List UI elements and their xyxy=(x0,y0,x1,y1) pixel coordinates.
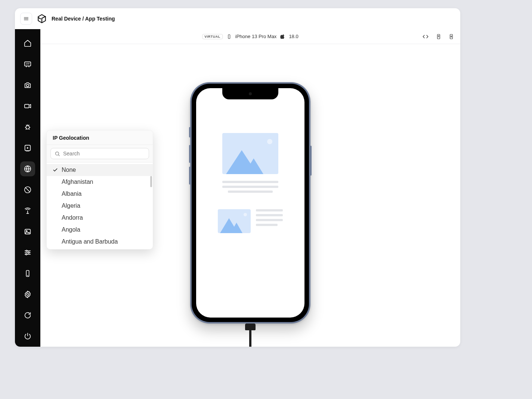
app-icon: APP xyxy=(24,60,32,68)
phone-cable xyxy=(247,324,253,347)
svg-point-14 xyxy=(26,231,27,232)
globe-icon xyxy=(24,165,32,173)
content: VIRTUAL iPhone 13 Pro Max 18.0 xyxy=(40,29,460,347)
play-icon xyxy=(24,144,32,152)
sidebar-item-settings[interactable] xyxy=(20,287,35,302)
upload-icon xyxy=(436,34,442,40)
svg-point-18 xyxy=(26,250,27,252)
download-icon xyxy=(448,34,454,40)
app-window: Real Device / App Testing APP xyxy=(15,8,460,347)
phone-notch xyxy=(222,88,278,99)
home-icon xyxy=(24,39,32,47)
sidebar-item-image[interactable] xyxy=(20,224,35,239)
refresh-icon xyxy=(24,311,32,319)
phone-bezel xyxy=(192,84,309,322)
settings-icon xyxy=(24,290,32,299)
geolocation-option[interactable]: Albania xyxy=(47,188,153,200)
image-icon xyxy=(24,228,32,236)
phone-mute-switch xyxy=(189,127,191,137)
geolocation-option[interactable]: Afghanistan xyxy=(47,176,153,188)
search-icon xyxy=(55,151,60,157)
phone-volume-up xyxy=(189,145,191,163)
placeholder-row xyxy=(209,209,292,233)
svg-rect-13 xyxy=(25,229,31,234)
geolocation-option[interactable]: Antigua and Barbuda xyxy=(47,236,153,248)
geolocation-search[interactable] xyxy=(50,148,149,159)
notch-camera xyxy=(249,92,252,95)
phone-icon xyxy=(226,34,232,39)
sidebar: APP xyxy=(15,29,40,347)
logo xyxy=(37,13,47,24)
placeholder-content xyxy=(196,88,304,233)
placeholder-image xyxy=(222,133,278,174)
phone-screen[interactable] xyxy=(196,88,304,318)
bug-icon xyxy=(24,123,32,131)
code-button[interactable] xyxy=(422,33,429,40)
power-icon xyxy=(24,332,32,340)
geolocation-option-label: Albania xyxy=(62,191,81,197)
svg-point-23 xyxy=(27,293,29,296)
upload-button[interactable] xyxy=(436,34,442,40)
svg-point-19 xyxy=(28,252,30,253)
scrollbar-thumb[interactable] xyxy=(150,176,152,187)
geolocation-option-none[interactable]: None xyxy=(47,164,153,176)
sidebar-item-home[interactable] xyxy=(20,36,35,51)
placeholder-lines xyxy=(209,181,292,193)
sidebar-item-app[interactable]: APP xyxy=(20,57,35,72)
sidebar-item-device[interactable] xyxy=(20,266,35,281)
placeholder-side-lines xyxy=(256,209,283,226)
sidebar-item-play[interactable] xyxy=(20,140,35,155)
geolocation-option-label: Antigua and Barbuda xyxy=(62,238,118,245)
geolocation-option-label: Angola xyxy=(62,226,80,233)
sidebar-item-geolocation[interactable] xyxy=(20,161,35,176)
svg-text:APP: APP xyxy=(25,63,30,65)
body: APP xyxy=(15,29,460,347)
sidebar-item-screenshot[interactable] xyxy=(20,78,35,93)
device-icon xyxy=(24,269,32,278)
code-icon xyxy=(422,33,429,40)
svg-rect-6 xyxy=(25,104,29,108)
topbar: Real Device / App Testing xyxy=(15,8,460,29)
phone-body xyxy=(190,82,310,324)
svg-line-12 xyxy=(26,188,30,192)
geolocation-search-input[interactable] xyxy=(63,151,145,157)
svg-rect-24 xyxy=(228,34,230,38)
device-name: iPhone 13 Pro Max xyxy=(235,34,277,39)
check-icon xyxy=(52,167,59,173)
geolocation-option-label: Afghanistan xyxy=(62,179,93,185)
svg-point-20 xyxy=(26,254,27,255)
device-bar: VIRTUAL iPhone 13 Pro Max 18.0 xyxy=(40,29,460,44)
geolocation-option-label: None xyxy=(62,167,76,173)
geolocation-option[interactable]: Algeria xyxy=(47,200,153,212)
download-button[interactable] xyxy=(448,34,454,40)
os-version: 18.0 xyxy=(289,34,298,39)
phone-side-button xyxy=(310,146,312,176)
sidebar-item-video[interactable] xyxy=(20,99,35,114)
sidebar-item-map[interactable] xyxy=(20,182,35,197)
phone-volume-down xyxy=(189,167,191,185)
logo-icon xyxy=(37,14,47,24)
sidebar-item-bug[interactable] xyxy=(20,120,35,134)
geolocation-option[interactable]: Angola xyxy=(47,224,153,236)
placeholder-thumbnail xyxy=(218,209,251,233)
apple-icon xyxy=(280,34,285,39)
geolocation-popover: IP Geolocation None xyxy=(46,130,153,250)
geolocation-list[interactable]: None Afghanistan Albania Algeria xyxy=(47,163,153,249)
sidebar-item-network[interactable] xyxy=(20,203,35,218)
hamburger-icon xyxy=(23,16,29,22)
camera-icon xyxy=(24,81,32,89)
menu-button[interactable] xyxy=(20,13,32,25)
sidebar-item-sliders[interactable] xyxy=(20,245,35,260)
geolocation-search-wrap xyxy=(47,145,153,163)
geolocation-option[interactable]: Andorra xyxy=(47,212,153,224)
network-icon xyxy=(24,207,32,215)
geolocation-option-label: Algeria xyxy=(62,202,80,209)
sidebar-item-power[interactable] xyxy=(20,329,35,344)
geolocation-title: IP Geolocation xyxy=(47,130,153,145)
svg-line-28 xyxy=(58,155,59,156)
svg-point-5 xyxy=(27,84,29,87)
page-title: Real Device / App Testing xyxy=(52,16,115,22)
video-icon xyxy=(24,102,32,110)
map-icon xyxy=(24,186,32,194)
sidebar-item-refresh[interactable] xyxy=(20,308,35,323)
